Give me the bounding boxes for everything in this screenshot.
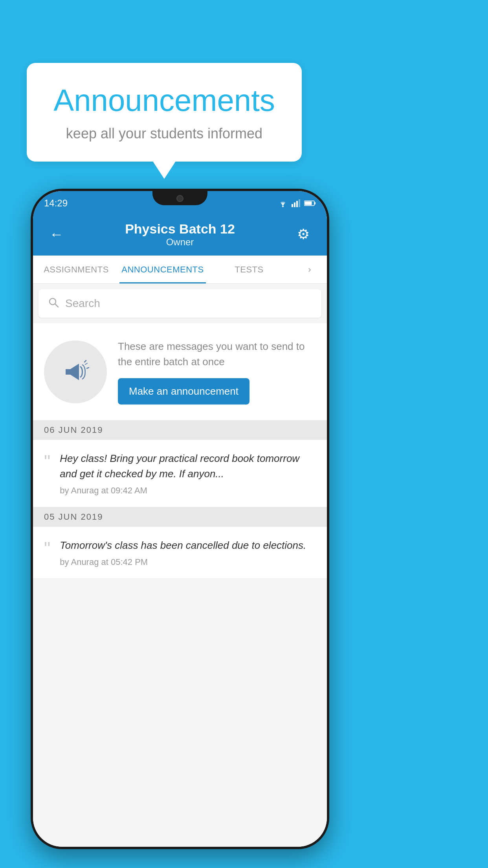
svg-rect-2 <box>294 202 295 207</box>
svg-rect-3 <box>296 201 298 207</box>
status-time: 14:29 <box>44 198 68 209</box>
quote-icon-1: " <box>44 452 50 471</box>
tab-assignments[interactable]: ASSIGNMENTS <box>33 256 119 283</box>
announcement-item-1[interactable]: " Hey class! Bring your practical record… <box>33 440 327 507</box>
svg-point-0 <box>282 206 284 207</box>
bubble-subtitle: keep all your students informed <box>50 125 278 142</box>
svg-line-11 <box>87 368 89 368</box>
promo-description: These are messages you want to send to t… <box>118 339 316 370</box>
svg-rect-7 <box>305 202 312 205</box>
make-announcement-button[interactable]: Make an announcement <box>118 378 250 405</box>
svg-line-12 <box>85 363 87 364</box>
settings-icon[interactable]: ⚙ <box>292 226 315 243</box>
date-separator-june6: 06 JUN 2019 <box>33 420 327 440</box>
svg-line-10 <box>84 360 86 362</box>
camera <box>176 195 183 202</box>
announcement-content-2: Tomorrow's class has been cancelled due … <box>60 538 316 567</box>
back-button[interactable]: ← <box>45 226 68 243</box>
tab-tests[interactable]: TESTS <box>206 256 292 283</box>
date-separator-june5: 05 JUN 2019 <box>33 507 327 527</box>
app-bar-title-group: Physics Batch 12 Owner <box>68 221 292 248</box>
megaphone-icon <box>58 354 93 390</box>
bubble-title: Announcements <box>50 83 278 118</box>
tab-bar: ASSIGNMENTS ANNOUNCEMENTS TESTS › <box>33 256 327 284</box>
wifi-icon <box>277 199 288 207</box>
svg-rect-6 <box>314 202 316 204</box>
search-bar[interactable]: Search <box>39 289 321 318</box>
announcement-item-2[interactable]: " Tomorrow's class has been cancelled du… <box>33 527 327 579</box>
phone-screen: 14:29 <box>33 191 327 847</box>
quote-icon-2: " <box>44 539 50 557</box>
announcement-content-1: Hey class! Bring your practical record b… <box>60 451 316 496</box>
battery-icon <box>304 200 316 206</box>
tab-more[interactable]: › <box>292 256 327 283</box>
search-placeholder-text: Search <box>65 297 100 310</box>
speech-bubble-container: Announcements keep all your students inf… <box>27 63 302 162</box>
app-bar-subtitle: Owner <box>68 237 292 248</box>
tab-announcements[interactable]: ANNOUNCEMENTS <box>119 256 206 283</box>
app-bar: ← Physics Batch 12 Owner ⚙ <box>33 213 327 256</box>
phone-notch <box>152 191 207 205</box>
content-area: Search <box>33 284 327 847</box>
status-icons <box>277 199 316 207</box>
signal-icon <box>292 199 301 207</box>
svg-rect-1 <box>292 204 293 207</box>
announcement-meta-1: by Anurag at 09:42 AM <box>60 485 316 496</box>
promo-right: These are messages you want to send to t… <box>118 339 316 405</box>
phone-frame: 14:29 <box>31 189 329 849</box>
promo-icon-circle <box>44 340 107 403</box>
announcement-meta-2: by Anurag at 05:42 PM <box>60 557 316 567</box>
speech-bubble: Announcements keep all your students inf… <box>27 63 302 162</box>
svg-rect-4 <box>299 199 300 207</box>
search-icon <box>48 297 59 311</box>
announcement-text-1: Hey class! Bring your practical record b… <box>60 451 316 482</box>
app-bar-title: Physics Batch 12 <box>68 221 292 237</box>
promo-card: These are messages you want to send to t… <box>33 323 327 420</box>
svg-line-9 <box>55 304 58 307</box>
announcement-text-2: Tomorrow's class has been cancelled due … <box>60 538 316 553</box>
